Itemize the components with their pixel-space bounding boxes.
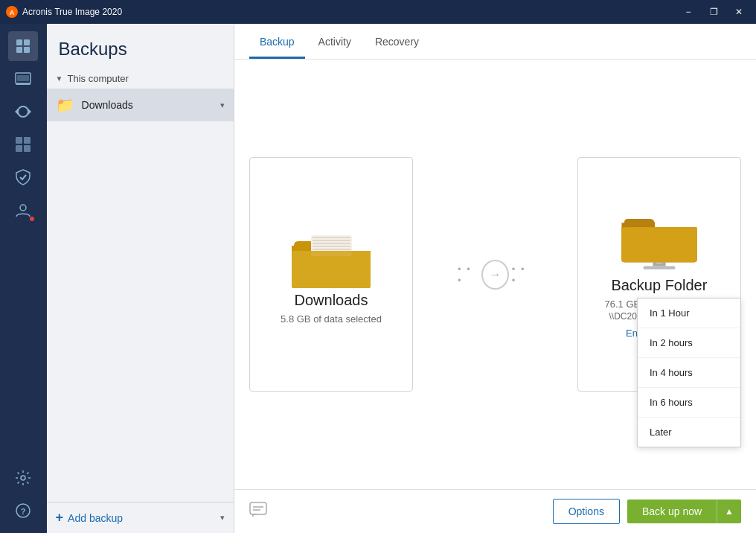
sidebar-icon-help[interactable]: ? [8,496,38,526]
chat-icon[interactable] [249,502,267,522]
svg-rect-23 [313,246,350,247]
window-controls: − ❐ ✕ [677,4,750,19]
minimize-button[interactable]: − [677,4,699,19]
svg-rect-12 [24,137,31,144]
content-footer: Options Back up now ▲ [234,489,756,533]
close-button[interactable]: ✕ [728,4,750,19]
tab-backup[interactable]: Backup [249,24,305,59]
arrow-connector: • • • → • • • [458,260,533,290]
svg-rect-22 [313,243,350,244]
app-body: ? Backups ▼ This computer 📁 Downloads ▾ … [0,24,756,533]
add-backup-footer[interactable]: + Add backup ▾ [47,502,234,533]
sidebar-icon-account[interactable] [8,195,38,225]
dots-left: • • • [458,264,478,286]
app-title: Acronis True Image 2020 [22,7,677,17]
svg-rect-3 [24,39,30,45]
svg-marker-10 [15,109,18,115]
dest-card-title: Backup Folder [611,277,707,294]
sidebar-icon-settings[interactable] [8,463,38,493]
backup-now-dropdown-button[interactable]: ▲ [717,500,741,523]
source-card[interactable]: Downloads 5.8 GB of data selected [249,157,413,392]
plus-icon: + [56,510,64,526]
titlebar: A Acronis True Image 2020 − ❐ ✕ [0,0,756,24]
sidebar-icon-sync[interactable] [8,97,38,127]
source-folder-icon [290,225,372,292]
svg-rect-8 [16,83,31,85]
backup-now-button[interactable]: Back up now [627,500,717,523]
svg-rect-28 [250,502,266,514]
dropdown-menu: In 1 Hour In 2 hours In 4 hours In 6 hou… [637,298,741,447]
svg-rect-26 [643,266,675,269]
folder-icon: 📁 [56,96,74,114]
section-this-computer[interactable]: ▼ This computer [47,68,234,89]
svg-text:A: A [10,9,15,16]
tab-activity[interactable]: Activity [308,24,362,59]
svg-rect-2 [16,39,22,45]
maximize-button[interactable]: ❐ [702,4,725,19]
main-content: Backup Activity Recovery [234,24,756,533]
app-icon: A [6,6,18,18]
dest-folder-icon [615,210,704,277]
backup-btn-group: Back up now ▲ [627,500,741,523]
dropdown-item-6hours[interactable]: In 6 hours [638,388,740,418]
svg-point-16 [21,476,25,480]
svg-rect-7 [17,75,29,81]
svg-rect-24 [313,249,350,250]
svg-rect-11 [16,137,22,144]
add-backup-chevron-icon: ▾ [220,513,225,523]
svg-point-15 [20,205,26,211]
dropdown-item-4hours[interactable]: In 4 hours [638,358,740,388]
tabs-bar: Backup Activity Recovery [234,24,756,60]
svg-rect-4 [16,47,22,53]
backup-item-label: Downloads [82,99,220,111]
item-chevron-icon: ▾ [220,100,225,110]
sidebar-icon-disk[interactable] [8,64,38,94]
add-backup-button[interactable]: + Add backup [56,510,220,526]
dropdown-item-later[interactable]: Later [638,418,740,447]
dropdown-item-2hours[interactable]: In 2 hours [638,328,740,358]
arrow-circle: → [481,260,509,290]
panel-title: Backups [47,24,234,68]
source-card-title: Downloads [295,292,368,309]
options-button[interactable]: Options [553,499,620,524]
source-card-subtitle: 5.8 GB of data selected [281,313,382,325]
section-chevron: ▼ [56,74,63,83]
svg-rect-13 [16,145,22,152]
sidebar-icon-security[interactable] [8,162,38,192]
section-label: This computer [67,73,128,84]
svg-marker-9 [28,109,31,115]
left-panel: Backups ▼ This computer 📁 Downloads ▾ + … [47,24,234,533]
add-backup-label: Add backup [68,512,123,524]
sidebar-icon-backups[interactable] [8,31,38,61]
dropdown-item-1hour[interactable]: In 1 Hour [638,299,740,328]
tab-recovery[interactable]: Recovery [365,24,429,59]
svg-rect-21 [313,240,350,241]
content-area: Downloads 5.8 GB of data selected • • • … [234,60,756,489]
sidebar-icon-dashboard[interactable] [8,130,38,159]
icon-sidebar: ? [0,24,47,533]
svg-rect-14 [24,145,31,152]
svg-rect-20 [313,237,350,238]
dots-right: • • • [512,264,533,286]
svg-text:?: ? [21,507,26,516]
backup-item-downloads[interactable]: 📁 Downloads ▾ [47,89,234,121]
svg-rect-5 [24,47,30,53]
